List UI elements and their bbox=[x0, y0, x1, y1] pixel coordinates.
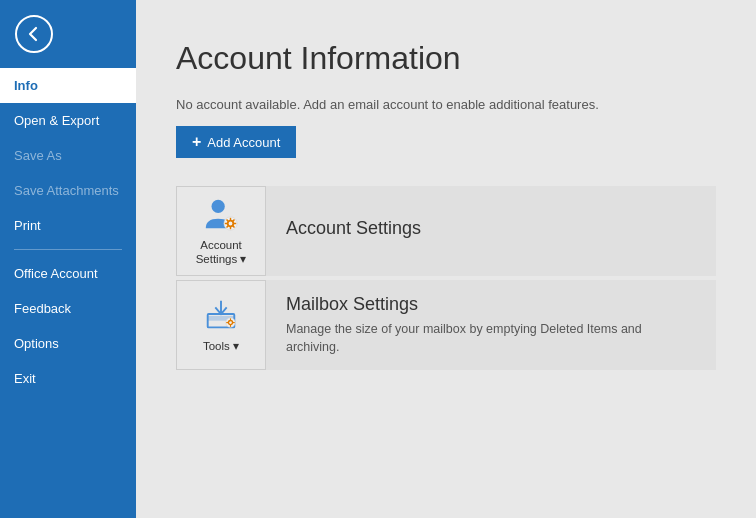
mailbox-settings-description: Manage the size of your mailbox by empty… bbox=[286, 321, 696, 356]
back-circle-icon bbox=[15, 15, 53, 53]
add-account-label: Add Account bbox=[207, 135, 280, 150]
mailbox-settings-card-info: Mailbox Settings Manage the size of your… bbox=[266, 284, 716, 366]
sidebar-item-options[interactable]: Options bbox=[0, 326, 136, 361]
sidebar-divider bbox=[14, 249, 122, 250]
sidebar-item-exit[interactable]: Exit bbox=[0, 361, 136, 396]
sidebar-item-save-as: Save As bbox=[0, 138, 136, 173]
mailbox-settings-icon-box[interactable]: Tools ▾ bbox=[176, 280, 266, 370]
account-settings-icon-box[interactable]: AccountSettings ▾ bbox=[176, 186, 266, 276]
mailbox-settings-card: Tools ▾ Mailbox Settings Manage the size… bbox=[176, 280, 716, 370]
add-account-plus-icon: + bbox=[192, 133, 201, 151]
back-button[interactable] bbox=[4, 4, 64, 64]
sidebar-item-office-account[interactable]: Office Account bbox=[0, 256, 136, 291]
sidebar-item-print[interactable]: Print bbox=[0, 208, 136, 243]
page-title: Account Information bbox=[176, 40, 716, 77]
account-settings-icon bbox=[202, 195, 240, 233]
account-settings-card-label: AccountSettings ▾ bbox=[196, 239, 247, 267]
mailbox-settings-title: Mailbox Settings bbox=[286, 294, 696, 315]
tools-card-label: Tools ▾ bbox=[203, 340, 239, 354]
sidebar: Info Open & Export Save As Save Attachme… bbox=[0, 0, 136, 518]
main-content: Account Information No account available… bbox=[136, 0, 756, 518]
sidebar-nav: Info Open & Export Save As Save Attachme… bbox=[0, 68, 136, 518]
sidebar-item-open-export[interactable]: Open & Export bbox=[0, 103, 136, 138]
cards-section: AccountSettings ▾ Account Settings bbox=[176, 186, 716, 370]
svg-point-0 bbox=[212, 200, 225, 213]
add-account-button[interactable]: + Add Account bbox=[176, 126, 296, 158]
account-settings-card-info: Account Settings bbox=[266, 208, 716, 255]
sidebar-item-save-attachments: Save Attachments bbox=[0, 173, 136, 208]
sidebar-item-feedback[interactable]: Feedback bbox=[0, 291, 136, 326]
account-settings-title: Account Settings bbox=[286, 218, 696, 239]
no-account-message: No account available. Add an email accou… bbox=[176, 97, 716, 112]
tools-icon bbox=[202, 296, 240, 334]
account-settings-card: AccountSettings ▾ Account Settings bbox=[176, 186, 716, 276]
sidebar-item-info[interactable]: Info bbox=[0, 68, 136, 103]
